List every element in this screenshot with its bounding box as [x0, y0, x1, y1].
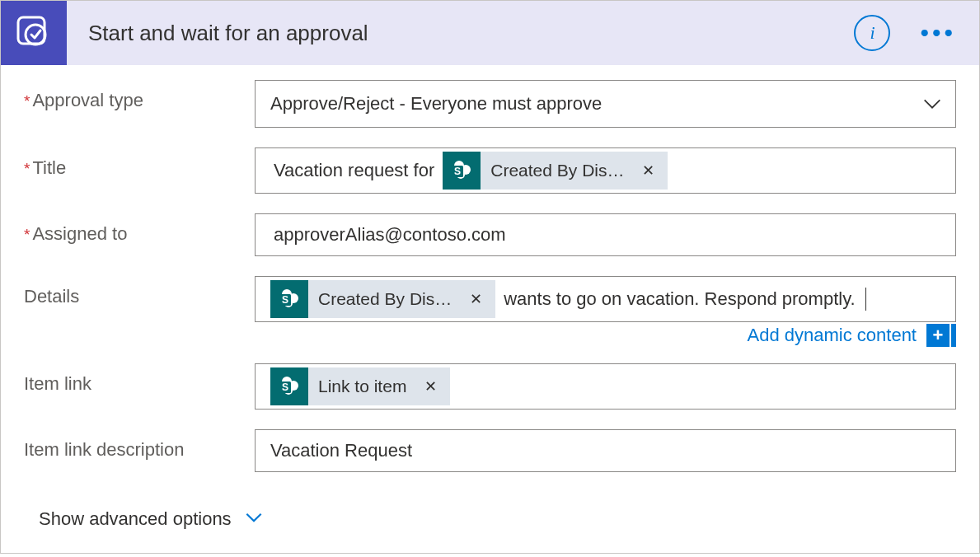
- assigned-to-row: *Assigned to approverAlias@contoso.com: [24, 213, 956, 256]
- item-link-desc-label: Item link description: [24, 429, 255, 461]
- token-label: Created By Dis…: [481, 161, 634, 180]
- approval-type-label: *Approval type: [24, 80, 255, 111]
- text-caret: [865, 288, 866, 311]
- details-field[interactable]: S Created By Dis… ✕ wants to go on vacat…: [255, 276, 956, 322]
- card-body: *Approval type Approve/Reject - Everyone…: [1, 65, 979, 553]
- dynamic-content-row: Add dynamic content +: [24, 324, 956, 347]
- remove-token-icon[interactable]: ✕: [416, 377, 445, 396]
- svg-text:S: S: [282, 294, 288, 306]
- approval-step-icon: [1, 1, 67, 65]
- info-button[interactable]: i: [854, 15, 890, 51]
- item-link-token[interactable]: S Link to item ✕: [270, 367, 450, 405]
- svg-text:S: S: [282, 381, 288, 393]
- remove-token-icon[interactable]: ✕: [634, 161, 663, 180]
- chevron-down-icon[interactable]: [909, 84, 955, 124]
- title-prefix-text: Vacation request for: [270, 160, 438, 181]
- details-suffix-text: wants to go on vacation. Respond promptl…: [500, 288, 858, 310]
- approval-type-select[interactable]: Approve/Reject - Everyone must approve: [255, 80, 956, 128]
- token-label: Link to item: [308, 377, 416, 396]
- assigned-to-label: *Assigned to: [24, 213, 255, 245]
- advanced-options-row: Show advanced options: [24, 492, 956, 531]
- assigned-to-value: approverAlias@contoso.com: [270, 224, 509, 246]
- show-advanced-options-toggle[interactable]: Show advanced options: [39, 508, 232, 530]
- item-link-row: Item link S Link to item ✕: [24, 363, 956, 410]
- item-link-desc-row: Item link description Vacation Request: [24, 429, 956, 472]
- add-dynamic-content-plus-icon[interactable]: +: [926, 324, 950, 347]
- assigned-to-field[interactable]: approverAlias@contoso.com: [255, 213, 956, 256]
- side-accent-bar: [951, 324, 956, 347]
- details-row: Details S Created By Dis… ✕ wants to go …: [24, 276, 956, 322]
- details-label: Details: [24, 276, 255, 307]
- approval-type-row: *Approval type Approve/Reject - Everyone…: [24, 80, 956, 128]
- svg-text:S: S: [454, 166, 461, 177]
- chevron-down-icon[interactable]: [243, 507, 265, 531]
- item-link-desc-field[interactable]: Vacation Request: [255, 429, 956, 472]
- details-token[interactable]: S Created By Dis… ✕: [270, 280, 495, 318]
- svg-point-1: [26, 25, 45, 44]
- item-link-desc-value: Vacation Request: [270, 440, 415, 461]
- step-title: Start and wait for an approval: [67, 21, 854, 46]
- title-row: *Title Vacation request for S Created By…: [24, 147, 956, 194]
- sharepoint-icon: S: [270, 367, 308, 405]
- sharepoint-icon: S: [443, 152, 481, 190]
- title-token[interactable]: S Created By Dis… ✕: [443, 152, 668, 190]
- add-dynamic-content-link[interactable]: Add dynamic content: [748, 325, 917, 346]
- approval-action-card: Start and wait for an approval i ••• *Ap…: [0, 0, 980, 554]
- title-label: *Title: [24, 147, 255, 179]
- more-menu-button[interactable]: •••: [913, 19, 963, 47]
- approval-type-value: Approve/Reject - Everyone must approve: [270, 93, 602, 115]
- card-header: Start and wait for an approval i •••: [1, 1, 979, 65]
- remove-token-icon[interactable]: ✕: [462, 290, 490, 308]
- title-field[interactable]: Vacation request for S Created By Dis… ✕: [255, 147, 956, 194]
- sharepoint-icon: S: [270, 280, 308, 318]
- token-label: Created By Dis…: [308, 289, 462, 309]
- item-link-label: Item link: [24, 363, 255, 395]
- item-link-field[interactable]: S Link to item ✕: [255, 363, 956, 410]
